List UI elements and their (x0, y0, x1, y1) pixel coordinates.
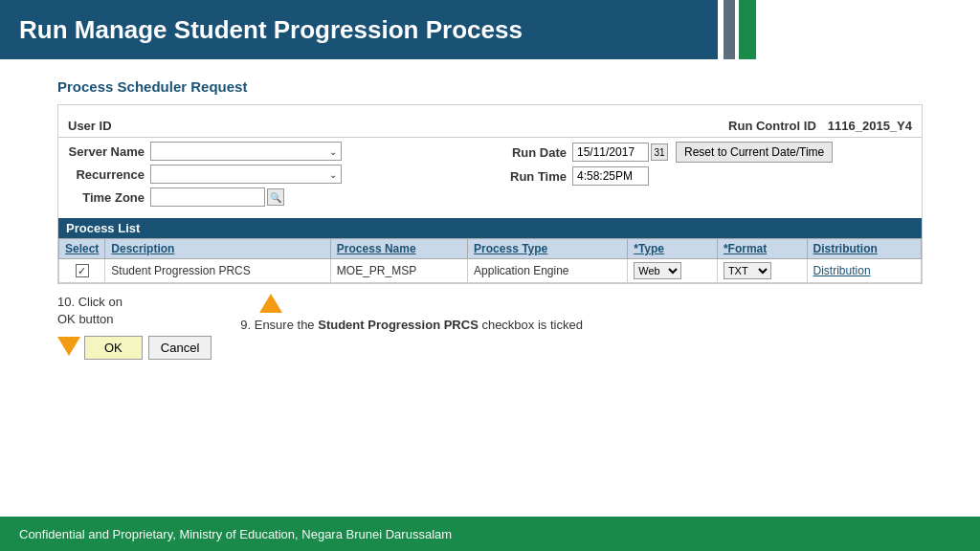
user-id-section: User ID (68, 119, 112, 133)
right-annotation-arrow (259, 294, 282, 313)
col-distribution[interactable]: Distribution (807, 239, 921, 259)
button-row: OK Cancel (84, 336, 212, 360)
run-date-label: Run Date (500, 145, 567, 160)
ok-button[interactable]: OK (84, 336, 143, 360)
accent-bar-1 (724, 0, 735, 59)
process-table-header: Select Description Process Name Process … (59, 239, 922, 259)
cancel-button[interactable]: Cancel (148, 336, 212, 360)
col-format[interactable]: *Format (717, 239, 807, 259)
right-annotation-text: 9. Ensure the Student Progression PRCS c… (240, 317, 583, 334)
page-footer: Confidential and Proprietary, Ministry o… (0, 517, 980, 551)
run-date-row: Run Date 15/11/2017 31 Reset to Current … (500, 142, 922, 163)
ok-area: OK Cancel (57, 332, 212, 360)
col-type[interactable]: *Type (628, 239, 718, 259)
recurrence-arrow: ⌄ (329, 169, 337, 180)
left-title: 10. Click on (57, 295, 122, 309)
page-header: Run Manage Student Progression Process (0, 0, 980, 59)
calendar-icon[interactable]: 31 (651, 143, 668, 161)
recurrence-label: Recurrence (58, 167, 145, 182)
row-process-name: MOE_PR_MSP (330, 259, 467, 283)
user-id-label: User ID (68, 119, 112, 133)
type-select[interactable]: Web (634, 262, 681, 279)
run-date-input[interactable]: 15/11/2017 (572, 143, 649, 162)
distribution-link[interactable]: Distribution (813, 264, 871, 277)
form-container: User ID Run Control ID 1116_2015_Y4 Serv… (57, 104, 923, 284)
run-time-label: Run Time (500, 169, 567, 184)
table-row: ✓ Student Progression PRCS MOE_PR_MSP Ap… (59, 259, 922, 283)
header-accent (724, 0, 756, 59)
time-zone-label: Time Zone (58, 190, 145, 205)
main-content: Process Scheduler Request User ID Run Co… (0, 59, 980, 517)
col-process-type[interactable]: Process Type (468, 239, 628, 259)
time-zone-search-icon[interactable]: 🔍 (267, 188, 284, 206)
run-time-input[interactable]: 4:58:25PM (572, 166, 649, 186)
left-subtitle: OK button (57, 312, 114, 326)
col-description[interactable]: Description (105, 239, 331, 259)
run-control-id-value: 1116_2015_Y4 (828, 119, 912, 133)
row-process-type: Application Engine (468, 259, 628, 283)
row-format[interactable]: TXT (717, 259, 807, 283)
format-select[interactable]: TXT (724, 262, 771, 279)
server-name-arrow: ⌄ (329, 146, 337, 157)
process-list-container: Process List Select Description Process … (58, 218, 922, 283)
run-time-row: Run Time 4:58:25PM (500, 166, 922, 186)
row-checkbox[interactable]: ✓ (76, 264, 89, 277)
right-suffix: checkbox is ticked (479, 318, 583, 332)
top-row: User ID Run Control ID 1116_2015_Y4 (58, 115, 922, 138)
run-time-value: 4:58:25PM (577, 169, 633, 183)
server-name-row: Server Name ⌄ (58, 142, 480, 161)
server-name-label: Server Name (58, 144, 145, 159)
section-title: Process Scheduler Request (57, 78, 923, 95)
run-control-section: Run Control ID 1116_2015_Y4 (728, 119, 912, 133)
row-distribution[interactable]: Distribution (807, 259, 921, 283)
left-fields: Server Name ⌄ Recurrence ⌄ Time (58, 142, 480, 210)
right-bold: Student Progression PRCS (318, 318, 479, 332)
recurrence-row: Recurrence ⌄ (58, 165, 480, 184)
recurrence-input[interactable]: ⌄ (150, 165, 342, 184)
right-prefix: 9. Ensure the (240, 318, 318, 332)
annotation-block: 10. Click on OK button OK Cancel 9. Ensu… (57, 294, 923, 360)
accent-bar-2 (739, 0, 756, 59)
col-select[interactable]: Select (59, 239, 105, 259)
server-name-input[interactable]: ⌄ (150, 142, 342, 161)
left-annotation-area: 10. Click on OK button OK Cancel (57, 294, 212, 360)
run-control-id-label: Run Control ID (728, 119, 816, 133)
time-zone-input[interactable] (150, 187, 265, 207)
page-title: Run Manage Student Progression Process (0, 0, 718, 59)
up-arrow-icon (259, 294, 282, 313)
time-zone-row: Time Zone 🔍 (58, 187, 480, 207)
left-annotation-text: 10. Click on OK button (57, 294, 122, 328)
fields-area: Server Name ⌄ Recurrence ⌄ Time (58, 142, 922, 210)
row-type[interactable]: Web (628, 259, 718, 283)
right-annotation-area: 9. Ensure the Student Progression PRCS c… (240, 294, 583, 334)
row-description: Student Progression PRCS (105, 259, 331, 283)
run-date-value: 15/11/2017 (577, 145, 635, 159)
process-list-header: Process List (58, 218, 922, 238)
title-text: Run Manage Student Progression Process (19, 15, 523, 45)
footer-text: Confidential and Proprietary, Ministry o… (19, 527, 452, 541)
header-row: Select Description Process Name Process … (59, 239, 922, 259)
process-table: Select Description Process Name Process … (58, 238, 922, 283)
process-table-body: ✓ Student Progression PRCS MOE_PR_MSP Ap… (59, 259, 922, 283)
col-process-name[interactable]: Process Name (330, 239, 467, 259)
reset-button[interactable]: Reset to Current Date/Time (676, 142, 833, 163)
row-select-cell[interactable]: ✓ (59, 259, 105, 283)
down-arrow-icon (57, 337, 80, 356)
right-fields: Run Date 15/11/2017 31 Reset to Current … (480, 142, 922, 210)
